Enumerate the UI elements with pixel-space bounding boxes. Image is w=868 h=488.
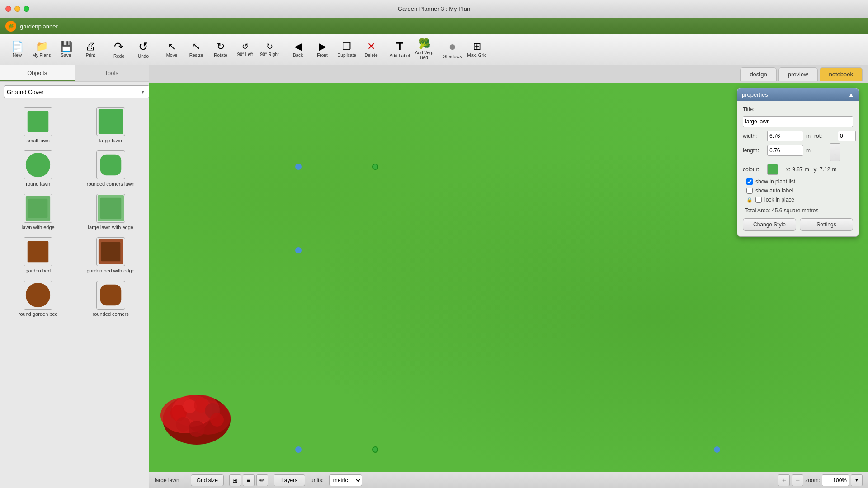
save-icon: 💾: [60, 42, 72, 52]
zoom-in-button[interactable]: +: [778, 474, 790, 486]
resize-button[interactable]: ⤡ Resize: [184, 37, 208, 63]
properties-header: properties ▲: [737, 88, 859, 101]
lawn-with-edge-label: lawn with edge: [22, 225, 55, 230]
undo-button[interactable]: ↺ Undo: [132, 37, 155, 63]
units-select[interactable]: metric imperial: [329, 474, 362, 486]
redo-button[interactable]: ↷ Redo: [107, 37, 131, 63]
svg-point-2: [26, 153, 50, 177]
front-icon: ▶: [319, 42, 326, 52]
lock-in-place-checkbox[interactable]: [755, 197, 762, 203]
control-point-blue-right-bottom[interactable]: [714, 446, 720, 453]
grid-view-icon[interactable]: ⊞: [229, 474, 241, 486]
front-label: Front: [317, 53, 327, 58]
canvas-area: design preview notebook: [149, 65, 868, 488]
y-label: y:: [814, 166, 818, 173]
object-item-round-lawn[interactable]: round lawn: [4, 149, 73, 188]
width-input[interactable]: [767, 131, 803, 141]
add-veg-bed-label: Add Veg. Bed: [413, 50, 435, 60]
90right-button[interactable]: ↻ 90° Right: [258, 37, 281, 63]
maximize-button[interactable]: [24, 6, 29, 12]
control-point-blue-1[interactable]: [295, 164, 302, 170]
object-item-garden-bed-with-edge[interactable]: garden bed with edge: [76, 235, 146, 275]
settings-button[interactable]: Settings: [800, 218, 853, 231]
object-item-garden-bed[interactable]: garden bed: [4, 235, 73, 275]
control-point-blue-2[interactable]: [295, 247, 302, 253]
move-button[interactable]: ↖ Move: [160, 37, 184, 63]
title-input-row: [743, 116, 853, 127]
svg-point-11: [26, 283, 50, 307]
large-lawn-icon: [96, 107, 125, 136]
add-label-button[interactable]: T Add Label: [388, 37, 411, 63]
object-item-rounded-corners-lawn[interactable]: rounded corners lawn: [76, 149, 146, 188]
object-item-lawn-with-edge[interactable]: lawn with edge: [4, 192, 73, 232]
max-grid-button[interactable]: ⊞ Max. Grid: [465, 37, 489, 63]
tab-objects[interactable]: Objects: [0, 65, 75, 81]
title-input[interactable]: [743, 116, 853, 127]
add-veg-bed-button[interactable]: 🥦 Add Veg. Bed: [412, 37, 436, 63]
tab-notebook[interactable]: notebook: [820, 67, 863, 81]
minimize-button[interactable]: [14, 6, 20, 12]
view-tabs: design preview notebook: [149, 65, 868, 83]
category-selector[interactable]: Ground Cover Trees Shrubs Flowers ▼: [4, 85, 145, 98]
properties-collapse-icon[interactable]: ▲: [848, 91, 854, 98]
zoom-out-button[interactable]: −: [792, 474, 803, 486]
save-button[interactable]: 💾 Save: [54, 37, 78, 63]
object-item-large-lawn[interactable]: large lawn: [76, 105, 146, 145]
my-plans-icon: 📁: [36, 42, 48, 52]
front-button[interactable]: ▶ Front: [311, 37, 334, 63]
rotate-button[interactable]: ↻ Rotate: [209, 37, 232, 63]
object-item-rounded-corners[interactable]: rounded corners: [76, 279, 146, 319]
my-plans-button[interactable]: 📁 My Plans: [30, 37, 53, 63]
colour-swatch[interactable]: [767, 164, 778, 175]
rotation-input[interactable]: [838, 131, 856, 141]
delete-label: Delete: [365, 53, 378, 58]
category-select[interactable]: Ground Cover Trees Shrubs Flowers: [4, 85, 150, 98]
tab-design[interactable]: design: [740, 67, 776, 81]
app-logo-icon: 🌿: [5, 21, 16, 32]
canvas-wrapper[interactable]: properties ▲ Title: width: [149, 83, 868, 472]
length-unit: m: [806, 147, 811, 154]
shadows-button[interactable]: ● Shadows: [441, 37, 464, 63]
delete-button[interactable]: ✕ Delete: [359, 37, 383, 63]
grid-size-button[interactable]: Grid size: [191, 474, 224, 486]
layers-button[interactable]: Layers: [274, 474, 305, 486]
tab-tools[interactable]: Tools: [75, 65, 149, 81]
label-tools-group: T Add Label 🥦 Add Veg. Bed: [386, 37, 438, 63]
90left-button[interactable]: ↺ 90° Left: [233, 37, 257, 63]
length-input[interactable]: [767, 145, 803, 156]
garden-bed-with-edge-icon: [96, 237, 125, 266]
control-point-green-2[interactable]: [372, 446, 378, 453]
move-icon: ↖: [168, 42, 176, 52]
rotation-arrow[interactable]: ↓: [830, 143, 840, 161]
back-label: Back: [293, 53, 303, 58]
show-auto-label-label: show auto label: [755, 188, 793, 194]
width-unit: m: [806, 133, 811, 139]
new-button[interactable]: 📄 New: [5, 37, 29, 63]
change-style-button[interactable]: Change Style: [743, 218, 796, 231]
control-point-blue-bottom[interactable]: [295, 446, 302, 453]
pen-view-icon[interactable]: ✏: [256, 474, 268, 486]
object-item-large-lawn-with-edge[interactable]: large lawn with edge: [76, 192, 146, 232]
object-item-round-garden-bed[interactable]: round garden bed: [4, 279, 73, 319]
control-point-green-1[interactable]: [372, 164, 378, 170]
svg-point-23: [176, 417, 190, 432]
title-field-label: Title:: [743, 106, 764, 113]
zoom-dropdown-button[interactable]: ▼: [851, 474, 863, 486]
tab-preview[interactable]: preview: [778, 67, 818, 81]
title-row: Title:: [743, 106, 853, 113]
close-button[interactable]: [5, 6, 11, 12]
window-controls[interactable]: [5, 6, 29, 12]
show-in-plant-list-checkbox[interactable]: [746, 178, 753, 185]
x-label: x:: [786, 166, 790, 173]
duplicate-button[interactable]: ❐ Duplicate: [335, 37, 359, 63]
back-button[interactable]: ◀ Back: [286, 37, 310, 63]
svg-rect-12: [100, 285, 122, 306]
list-view-icon[interactable]: ≡: [243, 474, 255, 486]
undo-icon: ↺: [138, 41, 148, 52]
print-button[interactable]: 🖨 Print: [79, 37, 102, 63]
zoom-input[interactable]: [822, 474, 849, 486]
object-item-small-lawn[interactable]: small lawn: [4, 105, 73, 145]
file-tools-group: 📄 New 📁 My Plans 💾 Save 🖨 Print: [4, 37, 104, 63]
svg-rect-8: [28, 241, 49, 263]
show-auto-label-checkbox[interactable]: [746, 188, 753, 194]
